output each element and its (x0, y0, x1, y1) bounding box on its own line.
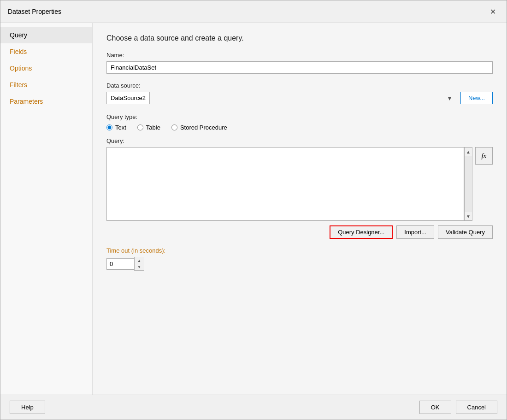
dialog-footer: Help OK Cancel (0, 395, 507, 420)
radio-text[interactable] (106, 124, 112, 130)
datasource-row: DataSource2 New... (106, 92, 493, 104)
fx-button[interactable]: fx (475, 147, 493, 165)
title-bar: Dataset Properties ✕ (0, 0, 507, 23)
sidebar-item-options[interactable]: Options (0, 60, 92, 77)
cancel-button[interactable]: Cancel (456, 401, 497, 414)
scroll-track (465, 156, 472, 212)
spinner-down[interactable]: ▼ (135, 264, 144, 270)
timeout-input[interactable] (106, 258, 134, 270)
query-designer-button[interactable]: Query Designer... (330, 225, 393, 239)
radio-option-text[interactable]: Text (106, 124, 126, 131)
spinner-up[interactable]: ▲ (135, 257, 144, 264)
main-content: Choose a data source and create a query.… (93, 23, 507, 395)
radio-table[interactable] (137, 124, 143, 130)
spinner-arrows: ▲ ▼ (134, 257, 144, 271)
datasource-select[interactable]: DataSource2 (106, 92, 150, 104)
timeout-label: Time out (in seconds): (106, 247, 493, 254)
radio-stored-procedure[interactable] (171, 124, 177, 130)
help-button[interactable]: Help (10, 401, 45, 414)
import-button[interactable]: Import... (396, 225, 434, 239)
dialog-body: Query Fields Options Filters Parameters … (0, 23, 507, 395)
dialog-window: Dataset Properties ✕ Query Fields Option… (0, 0, 507, 420)
new-datasource-button[interactable]: New... (460, 92, 493, 104)
radio-option-stored-procedure[interactable]: Stored Procedure (171, 124, 227, 131)
query-type-radio-group: Text Table Stored Procedure (106, 124, 493, 131)
sidebar-item-parameters[interactable]: Parameters (0, 93, 92, 110)
footer-right: OK Cancel (419, 401, 497, 414)
timeout-spinner: ▲ ▼ (106, 257, 493, 271)
dialog-title: Dataset Properties (8, 8, 61, 15)
query-scrollbar: ▲ ▼ (464, 147, 472, 221)
action-buttons: Query Designer... Import... Validate Que… (106, 225, 493, 239)
sidebar: Query Fields Options Filters Parameters (0, 23, 93, 395)
scroll-up-arrow[interactable]: ▲ (465, 148, 472, 156)
query-textarea-wrapper: ▲ ▼ (106, 147, 472, 221)
validate-query-button[interactable]: Validate Query (438, 225, 493, 239)
radio-option-table[interactable]: Table (137, 124, 160, 131)
close-button[interactable]: ✕ (486, 5, 499, 18)
section-title: Choose a data source and create a query. (106, 34, 493, 42)
sidebar-item-query[interactable]: Query (0, 27, 92, 43)
query-label: Query: (106, 137, 493, 144)
query-area-container: ▲ ▼ fx (106, 147, 493, 221)
query-textarea[interactable] (106, 147, 464, 221)
name-input[interactable] (106, 61, 493, 74)
datasource-label: Data source: (106, 82, 493, 89)
sidebar-item-fields[interactable]: Fields (0, 43, 92, 60)
name-label: Name: (106, 52, 493, 59)
scroll-down-arrow[interactable]: ▼ (465, 212, 472, 220)
ok-button[interactable]: OK (419, 401, 451, 414)
sidebar-item-filters[interactable]: Filters (0, 77, 92, 93)
query-type-label: Query type: (106, 113, 493, 120)
datasource-select-wrapper: DataSource2 (106, 92, 456, 104)
